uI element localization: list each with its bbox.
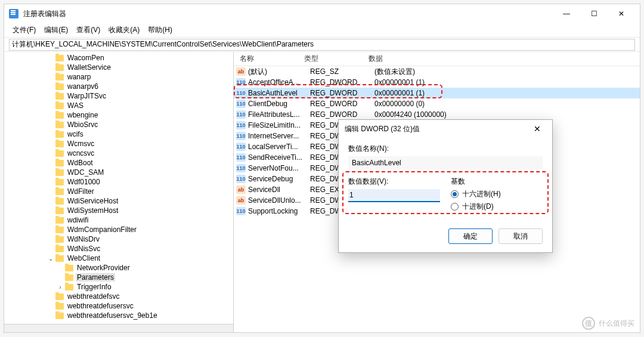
tree-node-label: WdiServiceHost [66,197,119,205]
tree-node-wdfilter[interactable]: WdFilter [4,187,233,196]
tree-node-label: WebClient [66,254,101,262]
tree-node-wdboot[interactable]: WdBoot [4,158,233,168]
tree-node-webthreatdefusersvc_9eb1e[interactable]: webthreatdefusersvc_9eb1e [4,311,233,320]
folder-icon [65,284,73,290]
tree-node-label: webthreatdefusersvc [66,302,135,310]
tree-node-label: Wcmsvc [66,140,95,148]
tree-node-triggerinfo[interactable]: ›TriggerInfo [4,282,233,292]
maximize-button[interactable]: ☐ [580,4,608,23]
tree-node-label: WAS [66,101,85,110]
dword-value-icon: 110 [236,143,246,151]
tree-node-label: WdBoot [66,159,94,167]
value-data: 0x00000001 (1) [374,89,640,97]
tree-node-label: webthreatdefusersvc_9eb1e [66,311,159,320]
string-value-icon: ab [236,185,246,194]
dialog-close-button[interactable]: ✕ [528,120,546,138]
tree-node-wanarp[interactable]: wanarp [4,72,233,82]
radio-icon [451,203,459,211]
address-input[interactable] [9,39,635,51]
dialog-titlebar[interactable]: 编辑 DWORD (32 位)值 ✕ [339,120,552,138]
radix-hex-radio[interactable]: 十六进制(H) [451,189,543,199]
menu-edit[interactable]: 编辑(E) [41,24,72,36]
dword-value-icon: 110 [236,207,246,215]
folder-icon [55,236,64,243]
tree-node-webclient[interactable]: ⌄WebClient [4,253,233,263]
list-row[interactable]: 110FileAttributesL...REG_DWORD0x000f4240… [234,109,640,120]
watermark: 值 什么值得买 [582,317,634,330]
tree-node-label: WdmCompanionFilter [66,225,138,234]
tree-node-wcifs[interactable]: wcifs [4,129,233,139]
tree-node-walletservice[interactable]: WalletService [4,63,233,72]
dword-value-icon: 110 [236,175,246,183]
radix-dec-radio[interactable]: 十进制(D) [451,202,543,212]
tree-pane[interactable]: WacomPenWalletServicewanarpwanarpv6WarpJ… [4,52,234,332]
menu-favorites[interactable]: 收藏夹(A) [105,24,143,36]
value-data-input[interactable] [348,189,440,202]
col-header-data[interactable]: 数据 [365,54,640,64]
tree-node-wdnisdrv[interactable]: WdNisDrv [4,234,233,244]
list-row[interactable]: 110AcceptOfficeA...REG_DWORD0x00000001 (… [234,77,640,88]
value-name: InternetServer... [248,132,310,140]
tree-node-wdisystemhost[interactable]: WdiSystemHost [4,206,233,215]
tree-node-webthreatdefusersvc[interactable]: webthreatdefusersvc [4,301,233,311]
list-row[interactable]: ab(默认)REG_SZ(数值未设置) [234,66,640,77]
tree-node-webthreatdefsvc[interactable]: webthreatdefsvc [4,292,233,301]
cancel-button[interactable]: 取消 [499,228,543,244]
value-data: 0x00000000 (0) [374,100,640,108]
titlebar[interactable]: 注册表编辑器 — ☐ ✕ [4,4,640,23]
value-data: (数值未设置) [374,67,640,77]
folder-icon [55,169,64,176]
folder-icon [55,103,64,109]
watermark-icon: 值 [582,317,595,330]
value-name: BasicAuthLevel [248,89,310,97]
menu-file[interactable]: 文件(F) [9,24,39,36]
tree-node-networkprovider[interactable]: NetworkProvider [4,263,233,273]
folder-icon [55,150,64,157]
tree-node-wdiwifi[interactable]: wdiwifi [4,215,233,225]
col-header-name[interactable]: 名称 [236,54,301,64]
value-name-label: 数值名称(N): [348,144,543,154]
folder-icon [55,188,64,195]
radix-label: 基数 [451,177,543,187]
ok-button[interactable]: 确定 [448,228,493,244]
menu-view[interactable]: 查看(V) [73,24,104,36]
folder-icon [55,64,64,71]
menu-help[interactable]: 帮助(H) [144,24,176,36]
value-type: REG_DWORD [310,100,374,108]
value-name: ServiceDll [248,185,310,194]
tree-node-wbiosrvc[interactable]: WbioSrvc [4,120,233,129]
tree-node-label: WacomPen [66,54,106,62]
window-title: 注册表编辑器 [23,9,553,19]
tree-node-wdf01000[interactable]: Wdf01000 [4,177,233,187]
value-data: 0x00000001 (1) [374,78,640,86]
tree-node-wacompen[interactable]: WacomPen [4,53,233,63]
tree-node-wdnissvc[interactable]: WdNisSvc [4,244,233,253]
col-header-type[interactable]: 类型 [301,54,365,64]
dword-value-icon: 110 [236,132,246,140]
tree-node-wdc_sam[interactable]: WDC_SAM [4,168,233,177]
tree-node-label: wcifs [66,130,85,138]
tree-node-warpjitsvc[interactable]: WarpJITSvc [4,91,233,101]
close-button[interactable]: ✕ [608,4,635,23]
tree-node-was[interactable]: WAS [4,101,233,110]
tree-node-wdmcompanionfilter[interactable]: WdmCompanionFilter [4,225,233,234]
list-row[interactable]: 110ClientDebugREG_DWORD0x00000000 (0) [234,98,640,109]
tree-node-wbengine[interactable]: wbengine [4,110,233,120]
value-data: 0x000f4240 (1000000) [374,110,640,119]
minimize-button[interactable]: — [553,4,580,23]
tree-node-wcncsvc[interactable]: wcncsvc [4,149,233,158]
folder-icon [55,217,64,224]
radix-hex-label: 十六进制(H) [462,189,501,199]
chevron-right-icon: › [57,284,64,290]
value-name-field: BasicAuthLevel [348,156,543,169]
value-name: ServiceDllUnlo... [248,196,310,205]
tree-node-wdiservicehost[interactable]: WdiServiceHost [4,196,233,206]
tree-node-wcmsvc[interactable]: Wcmsvc [4,139,233,149]
list-row[interactable]: 110BasicAuthLevelREG_DWORD0x00000001 (1) [234,88,640,98]
tree-node-label: WalletService [66,63,112,72]
tree-node-wanarpv6[interactable]: wanarpv6 [4,82,233,91]
horizontal-scrollbar[interactable] [4,324,233,332]
tree-node-label: WbioSrvc [66,120,99,129]
string-value-icon: ab [236,67,246,76]
tree-node-parameters[interactable]: Parameters [4,273,233,282]
